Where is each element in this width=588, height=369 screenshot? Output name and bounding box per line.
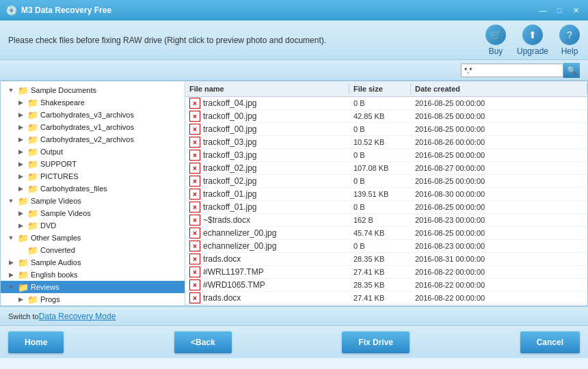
search-button[interactable]: 🔍 — [563, 63, 580, 78]
folder-icon: 📁 — [18, 85, 29, 96]
tree-item[interactable]: ▶ 📁 Shakespeare — [1, 96, 185, 109]
file-row[interactable]: ×trackoff_00.jpg42.85 KB2016-08-25 00:00… — [185, 110, 587, 123]
tree-item[interactable]: ▼ 📁 Sample Documents — [1, 84, 185, 96]
expand-icon[interactable]: ▶ — [16, 147, 25, 156]
file-date: 2016-08-25 00:00:00 — [411, 124, 587, 134]
file-size: 0 B — [349, 150, 411, 160]
file-name: ~$trads.docx — [203, 215, 250, 225]
search-input[interactable] — [461, 64, 563, 77]
file-row[interactable]: ×#WRL0003.TMP28.65 KB2016-08-22 00:00:00 — [185, 305, 587, 305]
file-date: 2016-08-25 00:00:00 — [411, 111, 587, 121]
search-area: 🔍 — [0, 60, 588, 81]
switch-link[interactable]: Data Recovery Mode — [39, 312, 116, 321]
file-row[interactable]: ×~$trads.docx162 B2016-08-23 00:00:00 — [185, 214, 587, 227]
expand-icon[interactable]: ▶ — [16, 221, 25, 230]
folder-icon: 📁 — [27, 98, 38, 108]
tree-item[interactable]: ▶ 📁 DVD — [1, 219, 185, 232]
tree-item[interactable]: 📁 Converted — [1, 244, 185, 256]
tree-item[interactable]: ▶ 📁 Carbohydrates_v2_archivos — [1, 133, 185, 146]
tree-item[interactable]: ▶ 📁 English books — [1, 269, 185, 281]
buy-button[interactable]: 🛒 Buy — [485, 25, 506, 56]
expand-icon[interactable]: ▶ — [16, 184, 25, 193]
expand-icon[interactable]: ▼ — [6, 233, 16, 243]
expand-icon[interactable]: ▶ — [16, 122, 25, 132]
tree-item[interactable]: ▶ 📁 SUPPORT — [1, 158, 185, 170]
expand-icon[interactable]: ▶ — [6, 270, 16, 279]
file-row[interactable]: ×trackoff_03.jpg10.52 KB2016-08-26 00:00… — [185, 136, 587, 149]
file-date: 2016-08-25 00:00:00 — [411, 150, 587, 160]
expand-icon[interactable]: ▼ — [6, 196, 16, 206]
back-button[interactable]: <Back — [174, 331, 232, 353]
file-row[interactable]: ×#WRD1065.TMP28.35 KB2016-08-22 00:00:00 — [185, 279, 587, 292]
col-header-date: Date created — [411, 83, 587, 94]
expand-icon[interactable]: ▶ — [16, 159, 25, 169]
file-row[interactable]: ×trackoff_00.jpg0 B2016-08-25 00:00:00 — [185, 123, 587, 136]
tree-item-selected[interactable]: ▼ 📁 Reviews — [1, 281, 185, 293]
tree-item[interactable]: ▼ 📁 Other Samples — [1, 232, 185, 244]
help-button[interactable]: ? Help — [559, 25, 580, 56]
folder-icon: 📁 — [27, 295, 38, 305]
upgrade-icon: ⬆ — [522, 25, 543, 45]
file-error-icon: × — [189, 215, 200, 226]
tree-item[interactable]: ▼ 📁 Sample Videos — [1, 195, 185, 207]
tree-item[interactable]: ▶ 📁 Carbohydrates_v1_archivos — [1, 121, 185, 133]
expand-icon[interactable]: ▶ — [16, 98, 25, 107]
tree-item[interactable]: ▶ 📁 Carbohydrates_v3_archivos — [1, 109, 185, 121]
app-title: M3 Data Recovery Free — [21, 5, 536, 15]
file-row[interactable]: ×trackoff_04.jpg0 B2016-08-25 00:00:00 — [185, 97, 587, 110]
file-date: 2016-08-25 00:00:00 — [411, 202, 587, 212]
file-error-icon: × — [189, 292, 200, 303]
file-error-icon: × — [189, 202, 200, 213]
folder-icon: 📁 — [27, 147, 38, 157]
close-button[interactable]: ✕ — [569, 5, 583, 16]
expand-icon[interactable]: ▶ — [16, 135, 25, 144]
file-row[interactable]: ×trads.docx27.41 KB2016-08-22 00:00:00 — [185, 292, 587, 305]
file-name: #WRD1065.TMP — [203, 280, 265, 290]
file-row[interactable]: ×trackoff_01.jpg0 B2016-08-25 00:00:00 — [185, 201, 587, 214]
tree-item[interactable]: ▶ 📁 Output — [1, 146, 185, 158]
fix-drive-button[interactable]: Fix Drive — [342, 331, 410, 353]
tree-item[interactable]: ▶ 📁 Carbohydrates_files — [1, 182, 185, 195]
file-row[interactable]: ×trackoff_02.jpg107.08 KB2016-08-27 00:0… — [185, 162, 587, 175]
upgrade-button[interactable]: ⬆ Upgrade — [517, 25, 548, 56]
file-row[interactable]: ×trackoff_01.jpg139.51 KB2016-08-30 00:0… — [185, 188, 587, 201]
expand-icon[interactable]: ▶ — [6, 258, 16, 267]
file-date: 2016-08-26 00:00:00 — [411, 137, 587, 147]
expand-icon[interactable]: ▶ — [16, 110, 25, 120]
tree-item[interactable]: ▶ 📁 Progs — [1, 293, 185, 305]
tree-panel: ▼ 📁 Sample Documents ▶ 📁 Shakespeare ▶ 📁… — [1, 81, 185, 305]
expand-icon[interactable]: ▼ — [6, 85, 16, 95]
file-size: 28.35 KB — [349, 254, 411, 264]
folder-icon: 📁 — [18, 196, 29, 206]
col-header-size: File size — [349, 83, 411, 94]
tree-item-label: Shakespeare — [40, 98, 85, 107]
file-row[interactable]: ×echannelizer_00.jpg0 B2016-08-23 00:00:… — [185, 240, 587, 253]
home-button[interactable]: Home — [8, 331, 64, 353]
instruction-text: Please check files before fixing RAW dri… — [8, 36, 326, 45]
file-name: trackoff_01.jpg — [203, 202, 257, 212]
tree-item[interactable]: ▶ 📁 PICTURES — [1, 170, 185, 182]
file-row[interactable]: ×echannelizer_00.jpg45.74 KB2016-08-25 0… — [185, 227, 587, 240]
expand-icon[interactable]: ▶ — [16, 208, 25, 218]
file-row[interactable]: ×trackoff_02.jpg0 B2016-08-25 00:00:00 — [185, 175, 587, 188]
file-name: trackoff_00.jpg — [203, 124, 257, 134]
expand-icon[interactable] — [16, 245, 25, 255]
cancel-button[interactable]: Cancel — [520, 331, 580, 353]
file-row[interactable]: ×trads.docx28.35 KB2016-08-31 00:00:00 — [185, 253, 587, 266]
file-error-icon: × — [189, 137, 200, 148]
file-size: 0 B — [349, 176, 411, 186]
tree-item[interactable]: ▶ 📁 Sample Audios — [1, 256, 185, 269]
file-row[interactable]: ×#WRL1197.TMP27.41 KB2016-08-22 00:00:00 — [185, 266, 587, 279]
tree-item[interactable]: ▶ 📁 Sample Videos — [1, 207, 185, 219]
maximize-button[interactable]: □ — [552, 5, 566, 16]
folder-icon: 📁 — [27, 245, 38, 256]
expand-icon[interactable]: ▼ — [6, 282, 16, 292]
help-icon: ? — [559, 25, 580, 45]
file-date: 2016-08-23 00:00:00 — [411, 215, 587, 225]
expand-icon[interactable]: ▶ — [16, 295, 25, 304]
expand-icon[interactable]: ▶ — [16, 172, 25, 181]
file-panel: File name File size Date created ×tracko… — [185, 81, 587, 305]
file-date: 2016-08-22 00:00:00 — [411, 293, 587, 303]
minimize-button[interactable]: — — [536, 5, 550, 16]
file-row[interactable]: ×trackoff_03.jpg0 B2016-08-25 00:00:00 — [185, 149, 587, 162]
